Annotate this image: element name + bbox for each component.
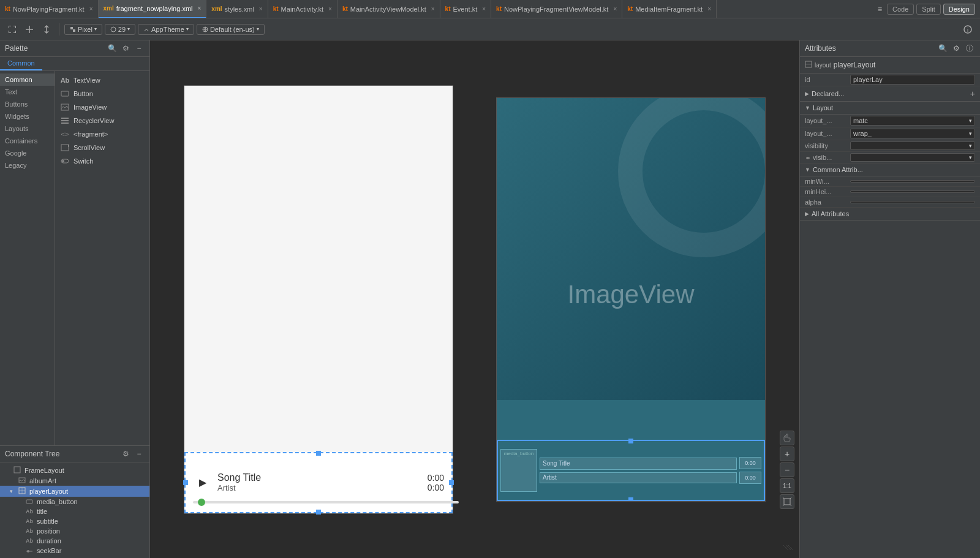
hamburger-icon: ≡ <box>878 5 882 13</box>
tab-mainactivity-kt[interactable]: kt MainActivity.kt × <box>268 0 337 18</box>
textview-icon: Ab <box>26 518 33 524</box>
palette-button[interactable]: Button <box>55 87 149 100</box>
design-canvas[interactable]: ▶ Song Title Artist 0:00 0:00 <box>150 40 799 558</box>
min-height-input[interactable] <box>850 190 975 193</box>
add-horizontal-constraint-button[interactable] <box>22 22 37 37</box>
attributes-icons: 🔍 ⚙ ⓘ <box>937 43 975 54</box>
tree-playerlayout[interactable]: ▾ playerLayout <box>0 486 149 497</box>
minus-icon[interactable]: − <box>134 43 145 54</box>
zoom-in-button[interactable]: + <box>780 447 794 461</box>
tree-albumart[interactable]: albumArt <box>0 476 149 486</box>
palette-tab-common[interactable]: Common <box>0 57 42 70</box>
attr-search-icon[interactable]: 🔍 <box>937 43 948 54</box>
palette-category-common[interactable]: Common <box>0 74 55 86</box>
tree-framelayout[interactable]: FrameLayout <box>0 465 149 476</box>
id-input[interactable]: playerLay <box>850 75 975 85</box>
switch-icon <box>60 156 70 166</box>
palette-category-containers[interactable]: Containers <box>0 135 55 147</box>
mini-media-button[interactable]: media_button <box>500 449 537 492</box>
close-icon[interactable]: × <box>707 6 711 12</box>
vertical-align-button[interactable] <box>39 22 54 37</box>
selection-handle-right[interactable] <box>449 480 454 485</box>
code-view-button[interactable]: Code <box>887 4 914 15</box>
player-bar[interactable]: ▶ Song Title Artist 0:00 0:00 <box>184 452 453 513</box>
tab-fragment-xml[interactable]: xml fragment_nowplaying.xml × <box>99 0 207 18</box>
zoom-out-button[interactable]: − <box>780 462 794 477</box>
close-icon[interactable]: × <box>198 5 202 12</box>
visibility2-select[interactable]: ▾ <box>850 153 975 162</box>
tree-title[interactable]: Ab title <box>0 507 149 516</box>
tree-seekbar[interactable]: seekBar <box>0 546 149 556</box>
tab-mediaitemfragment-kt[interactable]: kt MediaItemFragment.kt × <box>622 0 717 18</box>
layout-height-select[interactable]: wrap_ ▾ <box>850 129 975 138</box>
tab-event-kt[interactable]: kt Event.kt × <box>440 0 492 18</box>
palette-switch[interactable]: Switch <box>55 154 149 168</box>
hand-tool-button[interactable] <box>780 431 794 445</box>
pixel-dropdown[interactable]: Pixel ▾ <box>64 24 102 35</box>
tab-nowplayingfragmentviewmodel-kt[interactable]: kt NowPlayingFragmentViewModel.kt × <box>491 0 622 18</box>
layout-section[interactable]: ▼ Layout <box>800 102 980 115</box>
layout-width-select[interactable]: matc ▾ <box>850 116 975 126</box>
selection-handle-top[interactable] <box>316 451 321 456</box>
design-view-button[interactable]: Design <box>943 4 975 15</box>
info-button[interactable]: i <box>960 22 975 37</box>
tab-mainactivityviewmodel-kt[interactable]: kt MainActivityViewModel.kt × <box>337 0 440 18</box>
close-icon[interactable]: × <box>328 6 332 12</box>
api-level-dropdown[interactable]: 29 ▾ <box>105 24 135 35</box>
close-icon[interactable]: × <box>431 6 435 12</box>
close-icon[interactable]: × <box>482 6 486 12</box>
play-button[interactable]: ▶ <box>193 473 213 492</box>
min-width-input[interactable] <box>850 180 975 183</box>
fit-screen-button[interactable] <box>780 494 794 509</box>
tab-nowplaying-kt[interactable]: kt NowPlayingFragment.kt × <box>0 0 99 18</box>
large-phone-player[interactable]: media_button Song Title Artist 0:00 0:00 <box>497 440 765 501</box>
palette-category-legacy[interactable]: Legacy <box>0 159 55 172</box>
all-attributes-section[interactable]: ▶ All Attributes <box>800 208 980 221</box>
add-declared-icon[interactable]: + <box>970 89 975 99</box>
triangle-down-icon: ▼ <box>805 167 810 173</box>
common-attrib-section[interactable]: ▼ Common Attrib... <box>800 164 980 176</box>
close-icon[interactable]: × <box>259 6 263 12</box>
split-view-button[interactable]: Split <box>916 4 940 15</box>
tree-position[interactable]: Ab position <box>0 526 149 536</box>
theme-dropdown[interactable]: AppTheme ▾ <box>138 24 194 35</box>
locale-dropdown[interactable]: Default (en-us) ▾ <box>197 24 265 35</box>
palette-recyclerview[interactable]: RecyclerView <box>55 114 149 127</box>
tree-minus-icon[interactable]: − <box>134 448 145 459</box>
palette-imageview[interactable]: ImageView <box>55 100 149 114</box>
tree-media-button[interactable]: media_button <box>0 497 149 507</box>
palette-scrollview[interactable]: ScrollView <box>55 141 149 154</box>
seekbar-track[interactable] <box>193 501 459 503</box>
attr-info-icon[interactable]: ⓘ <box>964 43 975 54</box>
palette-category-text[interactable]: Text <box>0 86 55 98</box>
selection-handle-bottom[interactable] <box>628 497 633 502</box>
selection-handle-bottom[interactable] <box>316 510 321 515</box>
seekbar-thumb[interactable] <box>198 499 205 506</box>
selection-handle-left[interactable] <box>183 480 188 485</box>
close-icon[interactable]: × <box>89 6 93 12</box>
palette-category-widgets[interactable]: Widgets <box>0 110 55 123</box>
palette-category-google[interactable]: Google <box>0 147 55 159</box>
view-buttons: ≡ Code Split Design <box>873 4 980 15</box>
selection-handle-top[interactable] <box>628 439 633 443</box>
palette-items: Common Text Buttons Widgets Layouts Cont… <box>0 71 149 445</box>
palette-category-buttons[interactable]: Buttons <box>0 98 55 110</box>
zoom-fit-button[interactable] <box>5 22 20 37</box>
palette-fragment[interactable]: <> <fragment> <box>55 127 149 141</box>
tree-duration[interactable]: Ab duration <box>0 536 149 546</box>
visibility-select[interactable]: ▾ <box>850 141 975 150</box>
visibility-row: visibility ▾ <box>800 140 980 152</box>
svg-rect-5 <box>9 31 9 33</box>
close-icon[interactable]: × <box>613 6 617 12</box>
tab-styles-xml[interactable]: xml styles.xml × <box>206 0 268 18</box>
attr-gear-icon[interactable]: ⚙ <box>951 43 962 54</box>
search-icon[interactable]: 🔍 <box>107 43 118 54</box>
alpha-input[interactable] <box>850 201 975 203</box>
palette-category-layouts[interactable]: Layouts <box>0 123 55 135</box>
tree-item-label: FrameLayout <box>24 467 64 474</box>
palette-textview[interactable]: Ab TextView <box>55 74 149 87</box>
gear-icon[interactable]: ⚙ <box>120 43 131 54</box>
tree-subtitle[interactable]: Ab subtitle <box>0 516 149 526</box>
tree-gear-icon[interactable]: ⚙ <box>120 448 131 459</box>
declared-section[interactable]: ▶ Declared... + <box>800 86 980 102</box>
